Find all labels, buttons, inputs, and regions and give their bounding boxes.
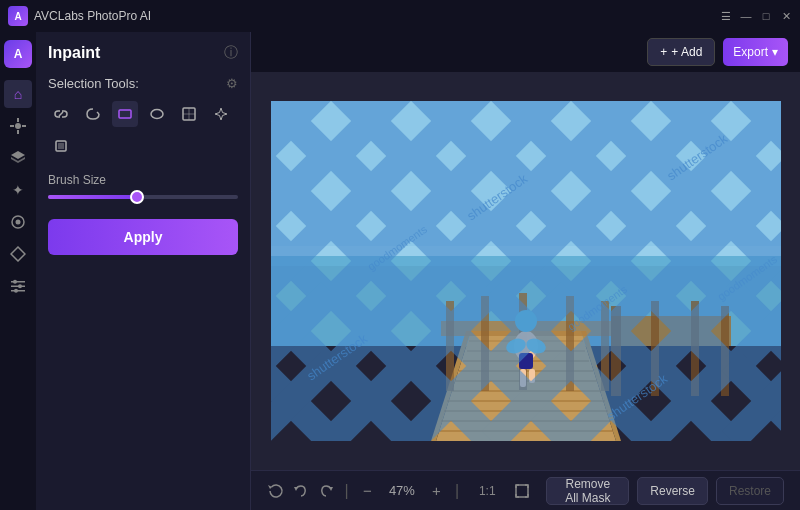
image-viewport: shutterstock shutterstock shutterstock s…: [251, 72, 800, 470]
divider: |: [345, 482, 349, 500]
app-title: AVCLabs PhotoPro AI: [34, 9, 720, 23]
app-logo-text: A: [14, 11, 21, 22]
left-panel: Inpaint ⓘ Selection Tools: ⚙: [36, 32, 251, 510]
sidebar-logo: A: [4, 40, 32, 68]
brush-size-slider[interactable]: [48, 195, 238, 199]
export-label: Export: [733, 45, 768, 59]
sidebar-icon-effects[interactable]: ✦: [4, 176, 32, 204]
image-container: shutterstock shutterstock shutterstock s…: [271, 101, 781, 441]
slider-fill: [48, 195, 134, 199]
selection-tools-label: Selection Tools: ⚙: [48, 76, 238, 91]
close-button[interactable]: ✕: [780, 10, 792, 22]
svg-point-8: [16, 220, 21, 225]
redo-button[interactable]: [317, 477, 334, 505]
brush-size-section: Brush Size: [48, 173, 238, 199]
svg-rect-22: [58, 143, 64, 149]
svg-marker-135: [268, 485, 272, 489]
svg-point-0: [15, 123, 21, 129]
sidebar-icon-erase[interactable]: [4, 208, 32, 236]
rect-tool-button[interactable]: [112, 101, 138, 127]
svg-point-16: [151, 110, 163, 119]
svg-point-14: [14, 289, 18, 293]
zoom-out-button[interactable]: −: [359, 477, 376, 505]
zoom-value: 47%: [384, 483, 420, 498]
restore-button[interactable]: Restore: [716, 477, 784, 505]
svg-rect-15: [119, 110, 131, 118]
slider-thumb[interactable]: [130, 190, 144, 204]
link-tool-button[interactable]: [48, 101, 74, 127]
svg-rect-138: [516, 485, 528, 497]
svg-point-13: [18, 284, 22, 288]
minus-icon: −: [363, 482, 372, 499]
undo-button[interactable]: [292, 477, 309, 505]
add-button[interactable]: + + Add: [647, 38, 715, 66]
bottom-bar: | − 47% + | 1:1 Remove All Mask Reverse …: [251, 470, 800, 510]
tool-row: [48, 101, 238, 159]
titlebar: A AVCLabs PhotoPro AI ☰ — □ ✕: [0, 0, 800, 32]
brush-tool-button[interactable]: [48, 133, 74, 159]
export-arrow-icon: ▾: [772, 45, 778, 59]
canvas-area: + + Add Export ▾: [251, 32, 800, 510]
apply-button[interactable]: Apply: [48, 219, 238, 255]
section-tools-text: Selection Tools:: [48, 76, 139, 91]
gear-icon[interactable]: ⚙: [226, 76, 238, 91]
minimize-button[interactable]: —: [740, 10, 752, 22]
reverse-button[interactable]: Reverse: [637, 477, 708, 505]
svg-rect-3: [10, 125, 14, 127]
remove-mask-button[interactable]: Remove All Mask: [546, 477, 629, 505]
svg-rect-4: [22, 125, 26, 127]
sidebar-logo-text: A: [14, 47, 23, 61]
fit-button[interactable]: [513, 477, 530, 505]
image-select-button[interactable]: [176, 101, 202, 127]
svg-marker-20: [215, 108, 227, 120]
rotate-button[interactable]: [267, 477, 284, 505]
svg-marker-5: [11, 151, 25, 159]
window-controls: ☰ — □ ✕: [720, 10, 792, 22]
panel-title: Inpaint: [48, 44, 100, 62]
sidebar-icon-color[interactable]: [4, 240, 32, 268]
brush-size-label: Brush Size: [48, 173, 238, 187]
sidebar-icon-home[interactable]: ⌂: [4, 80, 32, 108]
ellipse-tool-button[interactable]: [144, 101, 170, 127]
zoom-in-button[interactable]: +: [428, 477, 445, 505]
menu-button[interactable]: ☰: [720, 10, 732, 22]
svg-marker-136: [294, 487, 298, 491]
pier-image: shutterstock shutterstock shutterstock s…: [271, 101, 781, 441]
export-button[interactable]: Export ▾: [723, 38, 788, 66]
maximize-button[interactable]: □: [760, 10, 772, 22]
svg-marker-137: [329, 487, 333, 491]
svg-point-12: [13, 280, 17, 284]
sidebar-icon-tools[interactable]: [4, 112, 32, 140]
sidebar-icon-sliders[interactable]: [4, 272, 32, 300]
main-layout: A ⌂ ✦ Inpaint ⓘ Selection Tools: ⚙: [0, 32, 800, 510]
icon-sidebar: A ⌂ ✦: [0, 32, 36, 510]
add-label: + Add: [671, 45, 702, 59]
svg-rect-2: [17, 130, 19, 134]
panel-header: Inpaint ⓘ: [48, 44, 238, 62]
magic-tool-button[interactable]: [208, 101, 234, 127]
info-icon[interactable]: ⓘ: [224, 44, 238, 62]
top-bar: + + Add Export ▾: [251, 32, 800, 72]
plus-icon: +: [432, 482, 441, 499]
app-logo: A: [8, 6, 28, 26]
sidebar-icon-layers[interactable]: [4, 144, 32, 172]
add-icon: +: [660, 45, 667, 59]
lasso-tool-button[interactable]: [80, 101, 106, 127]
divider2: |: [455, 482, 459, 500]
zoom-11-button[interactable]: 1:1: [469, 484, 505, 498]
svg-rect-1: [17, 118, 19, 122]
